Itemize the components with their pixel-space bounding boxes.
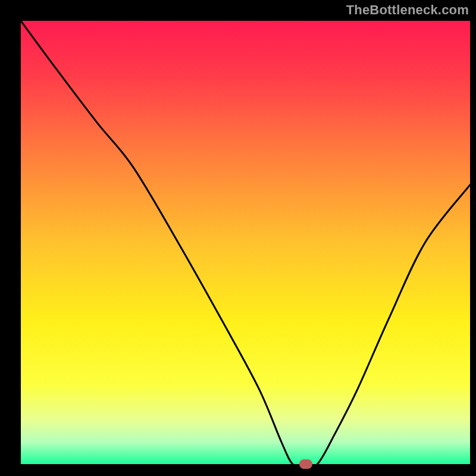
chart-frame: TheBottleneck.com xyxy=(0,0,476,476)
watermark-text: TheBottleneck.com xyxy=(346,2,469,18)
optimal-point-marker xyxy=(299,459,312,469)
bottleneck-curve-path xyxy=(21,21,470,464)
plot-area xyxy=(21,21,470,464)
curve-layer xyxy=(21,21,470,464)
